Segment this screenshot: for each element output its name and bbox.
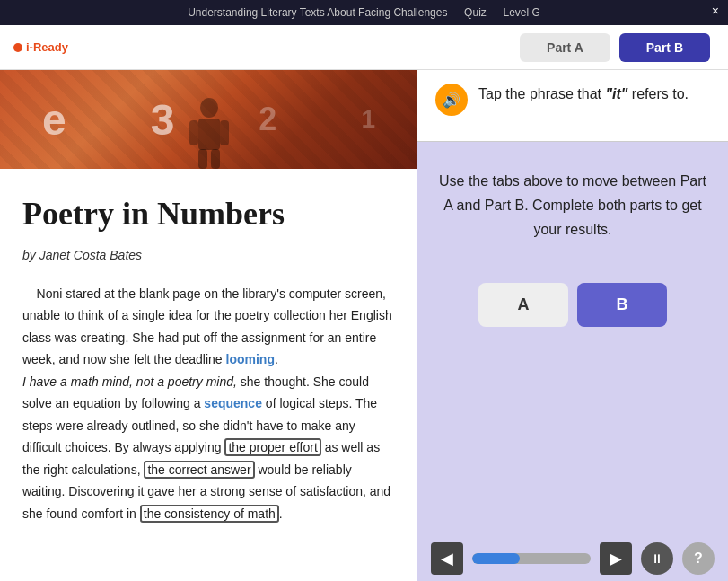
pause-icon: ⏸: [651, 551, 663, 566]
hero-num-3: 3: [151, 95, 175, 145]
p2-sequence[interactable]: sequence: [204, 396, 262, 410]
svg-rect-4: [198, 149, 207, 169]
svg-rect-3: [220, 120, 229, 145]
ab-buttons: A B: [417, 269, 728, 340]
p2-box3[interactable]: the consistency of math: [140, 505, 279, 523]
content-area: Poetry in Numbers by Janet Costa Bates N…: [0, 169, 417, 542]
help-button[interactable]: ?: [682, 542, 715, 575]
svg-rect-2: [189, 120, 198, 145]
logo-text: i-Ready: [26, 40, 68, 54]
audio-button[interactable]: 🔊: [435, 84, 468, 116]
main-container: e 3 2 1 Poetry in Numbers by Janet Costa…: [0, 70, 728, 581]
header-row: i-Ready Part A Part B: [0, 25, 728, 70]
paragraph-1: Noni stared at the blank page on the lib…: [22, 283, 395, 371]
bottom-bar: ◀ ▶ ⏸ ?: [417, 536, 728, 581]
audio-icon: 🔊: [443, 92, 460, 109]
instruction-text: Tap the phrase that "it" refers to.: [478, 84, 689, 105]
progress-bar-fill: [472, 553, 520, 564]
top-bar: Understanding Literary Texts About Facin…: [0, 0, 728, 25]
paragraph-2: I have a math mind, not a poetry mind, s…: [22, 371, 395, 525]
p1-highlight[interactable]: looming: [226, 352, 275, 366]
right-panel: 🔊 Tap the phrase that "it" refers to. Us…: [417, 70, 728, 581]
ab-button-b[interactable]: B: [577, 283, 667, 327]
svg-point-0: [200, 98, 218, 118]
top-bar-title: Understanding Literary Texts About Facin…: [188, 6, 540, 19]
left-panel: e 3 2 1 Poetry in Numbers by Janet Costa…: [0, 70, 417, 581]
hero-num-1: 1: [361, 105, 375, 134]
nav-prev-icon: ◀: [441, 549, 453, 568]
p2-box1[interactable]: the proper effort: [224, 438, 320, 456]
nav-prev-button[interactable]: ◀: [431, 542, 463, 575]
tab-part-b[interactable]: Part B: [619, 33, 710, 62]
instruction-area: 🔊 Tap the phrase that "it" refers to.: [417, 70, 728, 142]
ab-button-a[interactable]: A: [478, 283, 568, 327]
it-emphasis: "it": [605, 86, 627, 101]
p1-text: Noni stared at the blank page on the lib…: [22, 286, 392, 367]
hero-figure: [182, 97, 236, 169]
progress-bar-container: [472, 553, 591, 564]
nav-next-button[interactable]: ▶: [600, 542, 632, 575]
p1-indent: [22, 286, 37, 301]
parts-message: Use the tabs above to move between Part …: [417, 142, 728, 269]
close-button[interactable]: ×: [712, 4, 719, 18]
svg-rect-1: [198, 119, 220, 150]
p2-italic: I have a math mind, not a poetry mind,: [22, 374, 237, 389]
poem-title: Poetry in Numbers: [22, 187, 395, 242]
tab-area: Part A Part B: [520, 33, 728, 62]
p2-box2[interactable]: the correct answer: [144, 461, 254, 479]
body-text: Noni stared at the blank page on the lib…: [22, 283, 395, 525]
poem-author: by Janet Costa Bates: [22, 245, 395, 267]
hero-num-2: 2: [259, 101, 276, 138]
hero-num-e: e: [42, 95, 66, 145]
help-icon: ?: [694, 550, 703, 567]
hero-image: e 3 2 1: [0, 70, 417, 169]
nav-next-icon: ▶: [610, 549, 622, 568]
pause-button[interactable]: ⏸: [641, 542, 673, 575]
logo-dot: [13, 43, 22, 52]
svg-rect-5: [211, 149, 220, 169]
iready-logo: i-Ready: [0, 40, 108, 54]
tab-part-a[interactable]: Part A: [520, 33, 610, 62]
